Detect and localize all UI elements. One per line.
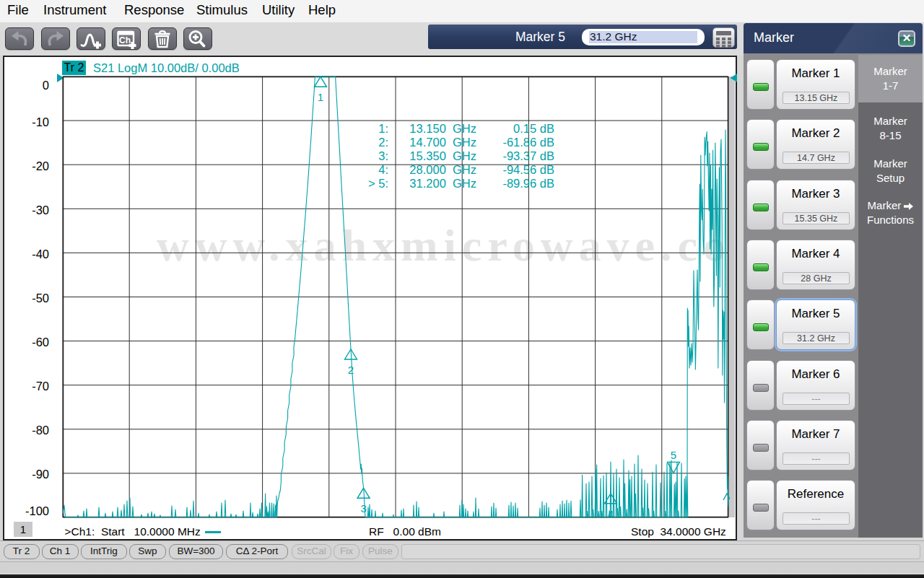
svg-text:2: 2 bbox=[348, 364, 354, 376]
svg-text:1: 1 bbox=[318, 91, 323, 103]
svg-text:5: 5 bbox=[671, 449, 676, 461]
svg-text:3: 3 bbox=[360, 502, 366, 514]
svg-text:4: 4 bbox=[608, 508, 614, 519]
